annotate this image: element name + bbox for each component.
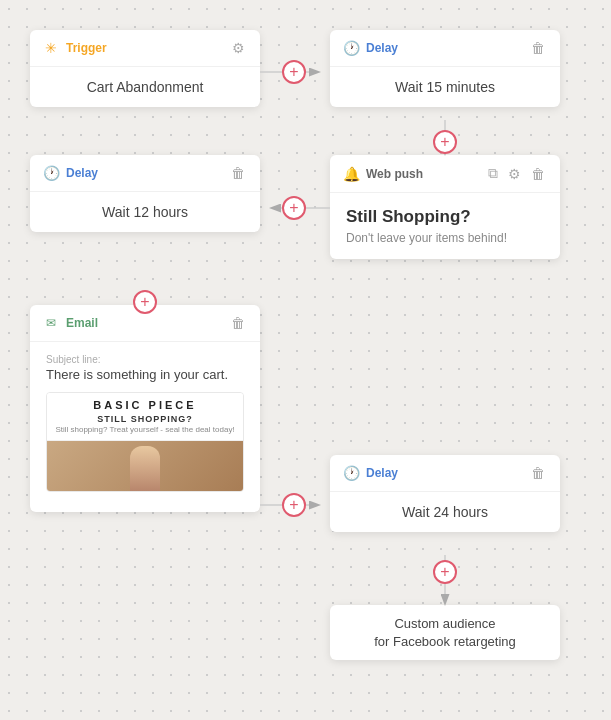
- custom-audience-body: Custom audiencefor Facebook retargeting: [330, 605, 560, 661]
- plus-webpush-to-delay12[interactable]: +: [282, 196, 306, 220]
- trigger-settings-button[interactable]: ⚙: [229, 38, 248, 58]
- delay-12-body: Wait 12 hours: [30, 192, 260, 232]
- webpush-subtext: Don't leave your items behind!: [346, 231, 544, 245]
- email-card: ✉ Email 🗑 Subject line: There is somethi…: [30, 305, 260, 512]
- delay-24-header: 🕐 Delay 🗑: [330, 455, 560, 492]
- email-body: Subject line: There is something in your…: [30, 342, 260, 504]
- delay-24-label: Delay: [366, 466, 398, 480]
- email-preview-person: [130, 446, 160, 491]
- email-preview-header: BASIC PIECE STILL SHOPPING? Still shoppi…: [47, 393, 243, 441]
- delay-15-card: 🕐 Delay 🗑 Wait 15 minutes: [330, 30, 560, 107]
- delay-24-body: Wait 24 hours: [330, 492, 560, 532]
- delay-12-header-left: 🕐 Delay: [42, 164, 98, 182]
- workflow-canvas: ✳ Trigger ⚙ Cart Abandonment + 🕐 Delay 🗑…: [0, 0, 611, 720]
- delay-24-header-left: 🕐 Delay: [342, 464, 398, 482]
- plus-delay15-to-webpush[interactable]: +: [433, 130, 457, 154]
- webpush-icon: 🔔: [342, 165, 360, 183]
- plus-trigger-to-delay15[interactable]: +: [282, 60, 306, 84]
- webpush-label: Web push: [366, 167, 423, 181]
- webpush-delete-button[interactable]: 🗑: [528, 164, 548, 184]
- trigger-body-text: Cart Abandonment: [87, 79, 204, 95]
- email-subject-label: Subject line:: [46, 354, 244, 365]
- trigger-card: ✳ Trigger ⚙ Cart Abandonment: [30, 30, 260, 107]
- webpush-body: Still Shopping? Don't leave your items b…: [330, 193, 560, 259]
- plus-delay12-to-email[interactable]: +: [133, 290, 157, 314]
- email-preview-headline: STILL SHOPPING?: [55, 414, 235, 424]
- webpush-copy-button[interactable]: ⧉: [485, 163, 501, 184]
- trigger-label: Trigger: [66, 41, 107, 55]
- delay-24-body-text: Wait 24 hours: [402, 504, 488, 520]
- email-header-icons: 🗑: [228, 313, 248, 333]
- delay-12-delete-button[interactable]: 🗑: [228, 163, 248, 183]
- delay-15-icon: 🕐: [342, 39, 360, 57]
- custom-audience-card: Custom audiencefor Facebook retargeting: [330, 605, 560, 660]
- delay-24-header-icons: 🗑: [528, 463, 548, 483]
- delay-12-card: 🕐 Delay 🗑 Wait 12 hours: [30, 155, 260, 232]
- delay-15-label: Delay: [366, 41, 398, 55]
- delay-24-icon: 🕐: [342, 464, 360, 482]
- email-header-left: ✉ Email: [42, 314, 98, 332]
- plus-delay24-to-custom[interactable]: +: [433, 560, 457, 584]
- webpush-card: 🔔 Web push ⧉ ⚙ 🗑 Still Shopping? Don't l…: [330, 155, 560, 259]
- delay-12-header-icons: 🗑: [228, 163, 248, 183]
- delay-15-header-left: 🕐 Delay: [342, 39, 398, 57]
- delay-15-header: 🕐 Delay 🗑: [330, 30, 560, 67]
- delay-12-header: 🕐 Delay 🗑: [30, 155, 260, 192]
- webpush-settings-button[interactable]: ⚙: [505, 164, 524, 184]
- webpush-header: 🔔 Web push ⧉ ⚙ 🗑: [330, 155, 560, 193]
- email-subject-text: There is something in your cart.: [46, 367, 244, 382]
- webpush-headline: Still Shopping?: [346, 207, 544, 227]
- email-preview-image: [47, 441, 243, 491]
- email-preview-sub: Still shopping? Treat yourself - seal th…: [55, 425, 235, 434]
- delay-24-card: 🕐 Delay 🗑 Wait 24 hours: [330, 455, 560, 532]
- trigger-card-header: ✳ Trigger ⚙: [30, 30, 260, 67]
- email-label: Email: [66, 316, 98, 330]
- delay-15-header-icons: 🗑: [528, 38, 548, 58]
- custom-audience-text: Custom audiencefor Facebook retargeting: [374, 616, 516, 649]
- email-brand-name: BASIC PIECE: [55, 399, 235, 411]
- delay-24-delete-button[interactable]: 🗑: [528, 463, 548, 483]
- delay-15-delete-button[interactable]: 🗑: [528, 38, 548, 58]
- trigger-header-icons: ⚙: [229, 38, 248, 58]
- email-preview: BASIC PIECE STILL SHOPPING? Still shoppi…: [46, 392, 244, 492]
- plus-email-to-delay24[interactable]: +: [282, 493, 306, 517]
- trigger-card-body: Cart Abandonment: [30, 67, 260, 107]
- webpush-header-icons: ⧉ ⚙ 🗑: [485, 163, 548, 184]
- webpush-header-left: 🔔 Web push: [342, 165, 423, 183]
- email-icon: ✉: [42, 314, 60, 332]
- email-delete-button[interactable]: 🗑: [228, 313, 248, 333]
- delay-12-body-text: Wait 12 hours: [102, 204, 188, 220]
- trigger-header-left: ✳ Trigger: [42, 39, 107, 57]
- delay-12-label: Delay: [66, 166, 98, 180]
- delay-12-icon: 🕐: [42, 164, 60, 182]
- delay-15-body-text: Wait 15 minutes: [395, 79, 495, 95]
- delay-15-body: Wait 15 minutes: [330, 67, 560, 107]
- trigger-icon: ✳: [42, 39, 60, 57]
